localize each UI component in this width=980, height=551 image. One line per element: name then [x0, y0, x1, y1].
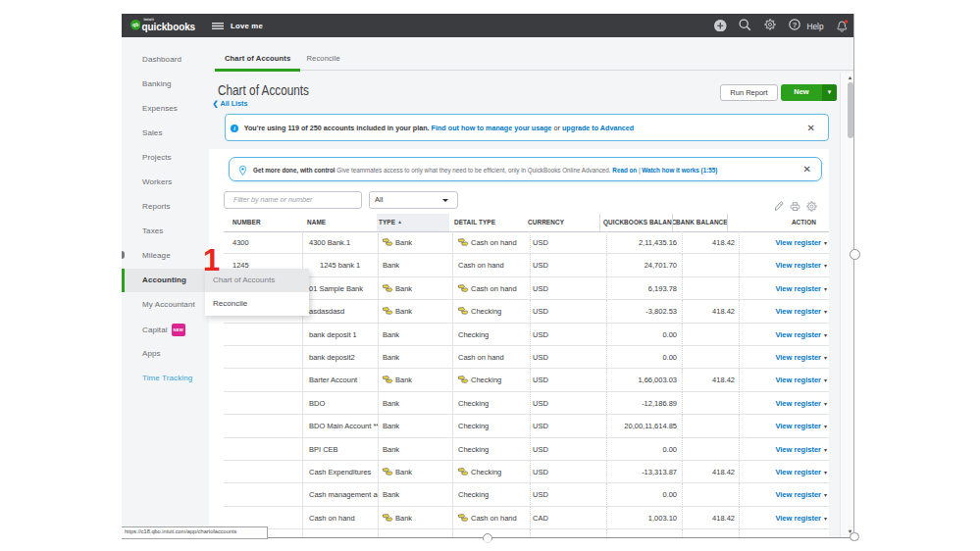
svg-text:qb: qb — [132, 22, 138, 27]
svg-text:?: ? — [793, 21, 798, 29]
